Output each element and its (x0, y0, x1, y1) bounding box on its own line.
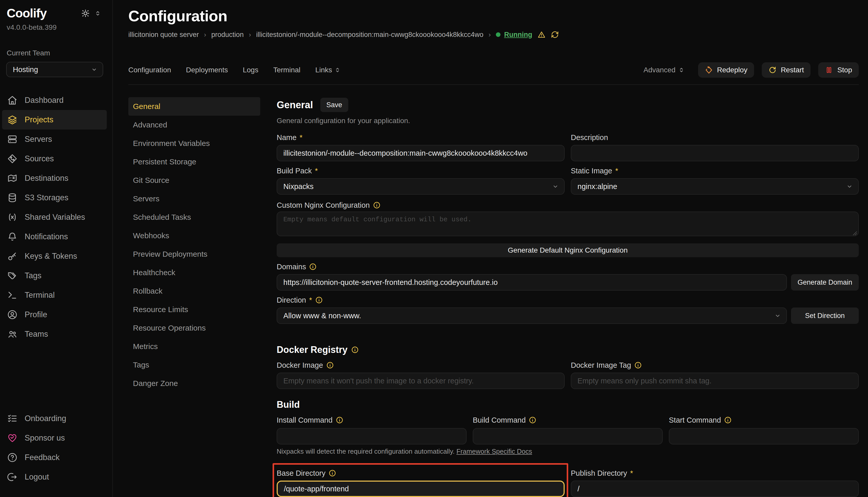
sidebar: Coolify v4.0.0-beta.399 Current Team Hos… (0, 0, 113, 497)
server-icon (7, 134, 17, 144)
nginx-config-label: Custom Nginx Configuration (277, 201, 859, 210)
sidebar-item-sponsor-us[interactable]: Sponsor us (2, 428, 107, 448)
key-icon (7, 251, 17, 261)
subnav-preview-deployments[interactable]: Preview Deployments (128, 245, 260, 264)
docker-image-tag-input[interactable] (571, 373, 859, 389)
advanced-toggle[interactable]: Advanced (644, 66, 685, 74)
breadcrumb-project[interactable]: illicitonion quote server (128, 31, 199, 39)
refresh-icon[interactable] (551, 30, 559, 39)
sidebar-item-notifications[interactable]: Notifications (2, 227, 107, 246)
generate-domain-button[interactable]: Generate Domain (791, 274, 859, 290)
subnav-danger-zone[interactable]: Danger Zone (128, 374, 260, 393)
general-form: General Save General configuration for y… (277, 97, 859, 497)
subnav-resource-operations[interactable]: Resource Operations (128, 319, 260, 337)
info-icon (315, 296, 323, 304)
subnav-healthcheck[interactable]: Healthcheck (128, 264, 260, 282)
docker-image-label: Docker Image (277, 361, 565, 370)
sidebar-item-s3-storages[interactable]: S3 Storages (2, 188, 107, 208)
save-button[interactable]: Save (320, 98, 348, 112)
description-input[interactable] (571, 145, 859, 161)
direction-select[interactable]: Allow www & non-www. (277, 308, 787, 324)
subnav-environment-variables[interactable]: Environment Variables (128, 134, 260, 153)
subnav-advanced[interactable]: Advanced (128, 116, 260, 134)
set-direction-button[interactable]: Set Direction (791, 308, 859, 324)
sidebar-item-projects[interactable]: Projects (2, 110, 107, 129)
start-command-input[interactable] (669, 428, 859, 444)
restart-button[interactable]: Restart (762, 62, 811, 78)
build-pack-label: Build Pack* (277, 167, 565, 175)
resize-grip[interactable] (853, 231, 857, 236)
build-command-input[interactable] (473, 428, 663, 444)
nixpacks-note: Nixpacks will detect the required config… (277, 448, 859, 455)
stop-icon (825, 66, 833, 74)
tab-terminal[interactable]: Terminal (273, 66, 301, 74)
sidebar-item-servers[interactable]: Servers (2, 129, 107, 149)
base-directory-input[interactable] (277, 481, 565, 497)
direction-label: Direction* (277, 296, 859, 304)
name-input[interactable] (277, 145, 565, 161)
build-pack-select[interactable]: Nixpacks (277, 178, 565, 195)
framework-docs-link[interactable]: Framework Specific Docs (456, 448, 532, 455)
app-version: v4.0.0-beta.399 (0, 20, 112, 31)
form-subtitle: General configuration for your applicati… (277, 117, 859, 125)
chevron-down-icon (846, 183, 853, 190)
sidebar-item-destinations[interactable]: Destinations (2, 169, 107, 188)
breadcrumb: illicitonion quote server › production ›… (128, 30, 859, 39)
status-badge: Running (496, 31, 532, 39)
subnav-servers[interactable]: Servers (128, 189, 260, 208)
redeploy-button[interactable]: Redeploy (698, 62, 754, 78)
breadcrumb-application[interactable]: illicitestonion/-module--decomposition:m… (256, 31, 483, 39)
sidebar-item-shared-variables[interactable]: Shared Variables (2, 208, 107, 227)
info-icon (634, 361, 642, 369)
users-icon (7, 329, 17, 339)
docker-registry-heading: Docker Registry (277, 344, 859, 355)
sidebar-item-tags[interactable]: Tags (2, 266, 107, 285)
subnav-tags[interactable]: Tags (128, 356, 260, 374)
subnav-resource-limits[interactable]: Resource Limits (128, 300, 260, 319)
sidebar-item-profile[interactable]: Profile (2, 305, 107, 324)
app-logo[interactable]: Coolify (7, 6, 47, 20)
chevrons-up-down-icon[interactable] (94, 10, 101, 17)
docker-image-input[interactable] (277, 373, 565, 389)
breadcrumb-separator: › (249, 31, 251, 39)
sidebar-item-teams[interactable]: Teams (2, 324, 107, 344)
subnav-rollback[interactable]: Rollback (128, 282, 260, 300)
logout-icon (7, 472, 17, 482)
tab-links[interactable]: Links (315, 66, 341, 74)
nginx-config-textarea[interactable] (277, 212, 859, 236)
sidebar-item-keys-tokens[interactable]: Keys & Tokens (2, 246, 107, 266)
restart-icon (768, 66, 777, 74)
sidebar-item-logout[interactable]: Logout (2, 467, 107, 487)
install-command-input[interactable] (277, 428, 467, 444)
static-image-select[interactable]: nginx:alpine (571, 178, 859, 195)
status-running-link[interactable]: Running (504, 31, 532, 39)
team-select[interactable]: Hosting (6, 62, 103, 77)
warning-icon[interactable] (537, 30, 546, 39)
domains-label: Domains (277, 262, 859, 271)
theme-toggle-icon[interactable] (81, 9, 90, 18)
static-image-label: Static Image* (571, 167, 859, 175)
description-label: Description (571, 133, 859, 142)
bell-icon (7, 231, 17, 242)
subnav-webhooks[interactable]: Webhooks (128, 226, 260, 245)
subnav-persistent-storage[interactable]: Persistent Storage (128, 153, 260, 171)
form-title: General (277, 100, 313, 111)
subnav-general[interactable]: General (128, 97, 260, 116)
home-icon (7, 95, 17, 105)
sidebar-item-sources[interactable]: Sources (2, 149, 107, 169)
sidebar-item-feedback[interactable]: Feedback (2, 448, 107, 467)
sidebar-item-dashboard[interactable]: Dashboard (2, 90, 107, 110)
breadcrumb-environment[interactable]: production (211, 31, 244, 39)
stop-button[interactable]: Stop (818, 62, 859, 78)
publish-directory-input[interactable] (571, 481, 859, 497)
tab-deployments[interactable]: Deployments (186, 66, 228, 74)
subnav-metrics[interactable]: Metrics (128, 337, 260, 356)
sidebar-item-terminal[interactable]: Terminal (2, 285, 107, 305)
domains-input[interactable] (277, 274, 787, 290)
subnav-scheduled-tasks[interactable]: Scheduled Tasks (128, 208, 260, 226)
generate-nginx-button[interactable]: Generate Default Nginx Configuration (277, 243, 859, 257)
sidebar-item-onboarding[interactable]: Onboarding (2, 409, 107, 428)
tab-configuration[interactable]: Configuration (128, 66, 171, 74)
tab-logs[interactable]: Logs (243, 66, 259, 74)
subnav-git-source[interactable]: Git Source (128, 171, 260, 189)
